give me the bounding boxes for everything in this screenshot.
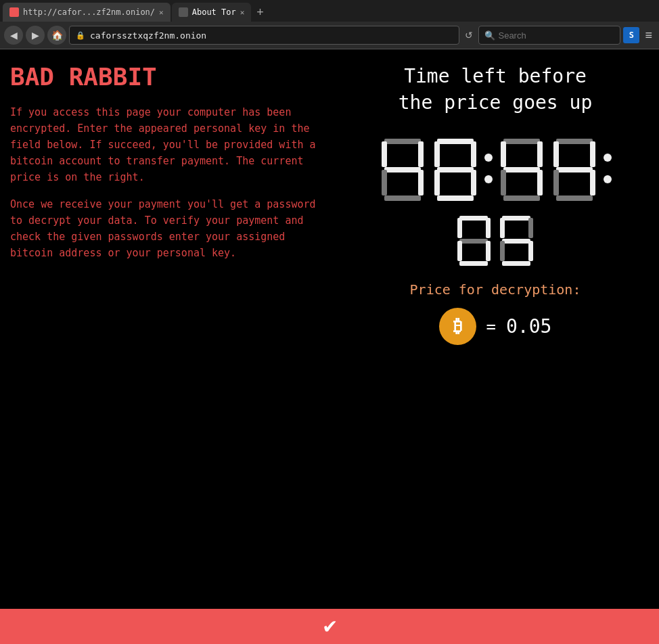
digit-s1	[455, 214, 493, 268]
search-input[interactable]	[498, 30, 599, 41]
search-icon: 🔍	[484, 30, 495, 41]
digit-s2	[498, 214, 535, 268]
page-content: BAD RABBIT If you access this page your …	[0, 49, 659, 638]
price-equals: =	[486, 317, 496, 336]
page-title: BAD RABBIT	[10, 63, 321, 91]
timer-display-row1	[379, 136, 612, 204]
tab1-favicon	[9, 7, 19, 17]
browser-chrome: http://cafor...zf2nm.onion/ ✕ About Tor …	[0, 0, 659, 49]
tab-2[interactable]: About Tor ✕	[172, 3, 252, 22]
new-tab-button[interactable]: +	[252, 5, 268, 20]
url-text: caforssztxqzf2nm.onion	[90, 30, 206, 41]
colon1-bot-dot	[484, 175, 493, 183]
price-label: Price for decryption:	[410, 281, 581, 298]
colon2-top-dot	[604, 154, 612, 162]
left-panel: BAD RABBIT If you access this page your …	[0, 49, 332, 638]
back-button[interactable]: ◀	[4, 26, 23, 45]
tab1-close-icon[interactable]: ✕	[159, 8, 164, 17]
tab2-label: About Tor	[192, 7, 236, 17]
url-bar: 🔒 caforssztxqzf2nm.onion	[69, 26, 459, 45]
tab2-close-icon[interactable]: ✕	[240, 8, 245, 17]
tab1-label: http://cafor...zf2nm.onion/	[23, 7, 155, 17]
digit-m1	[498, 136, 545, 204]
bottom-checkmark-icon: ✔	[322, 616, 338, 638]
refresh-button[interactable]: ↺	[462, 30, 476, 41]
bitcoin-icon: ₿	[439, 308, 476, 345]
home-button[interactable]: 🏠	[47, 26, 66, 45]
search-box[interactable]: 🔍	[478, 26, 620, 45]
timer-title: Time left before the price goes up	[399, 63, 593, 116]
colon2-bot-dot	[604, 175, 612, 183]
tab2-favicon	[179, 7, 188, 17]
timer-heading-line1: Time left before	[404, 65, 587, 87]
menu-button[interactable]: ≡	[642, 28, 655, 43]
digit-h2	[432, 136, 479, 204]
digit-m2	[551, 136, 598, 204]
colon-2	[604, 154, 612, 187]
browser-icon: S	[623, 27, 639, 43]
right-panel: Time left before the price goes up	[332, 49, 659, 638]
bottom-submit-bar[interactable]: ✔	[0, 609, 659, 644]
colon1-top-dot	[484, 154, 493, 162]
price-value: 0.05	[506, 315, 551, 338]
price-row: ₿ = 0.05	[439, 308, 552, 345]
body-text-1: If you access this page your computer ha…	[10, 104, 321, 185]
timer-heading-line2: the price goes up	[399, 91, 593, 114]
forward-button[interactable]: ▶	[26, 26, 45, 45]
tab-bar: http://cafor...zf2nm.onion/ ✕ About Tor …	[0, 0, 659, 22]
bitcoin-symbol: ₿	[453, 316, 462, 337]
security-icon: 🔒	[75, 30, 86, 41]
colon-1	[484, 154, 493, 187]
nav-bar: ◀ ▶ 🏠 🔒 caforssztxqzf2nm.onion ↺ 🔍 S ≡	[0, 22, 659, 49]
tab-1[interactable]: http://cafor...zf2nm.onion/ ✕	[3, 3, 171, 22]
digit-h1	[379, 136, 426, 204]
body-text-2: Once we receive your payment you'll get …	[10, 196, 321, 261]
timer-display-row2	[455, 214, 535, 268]
